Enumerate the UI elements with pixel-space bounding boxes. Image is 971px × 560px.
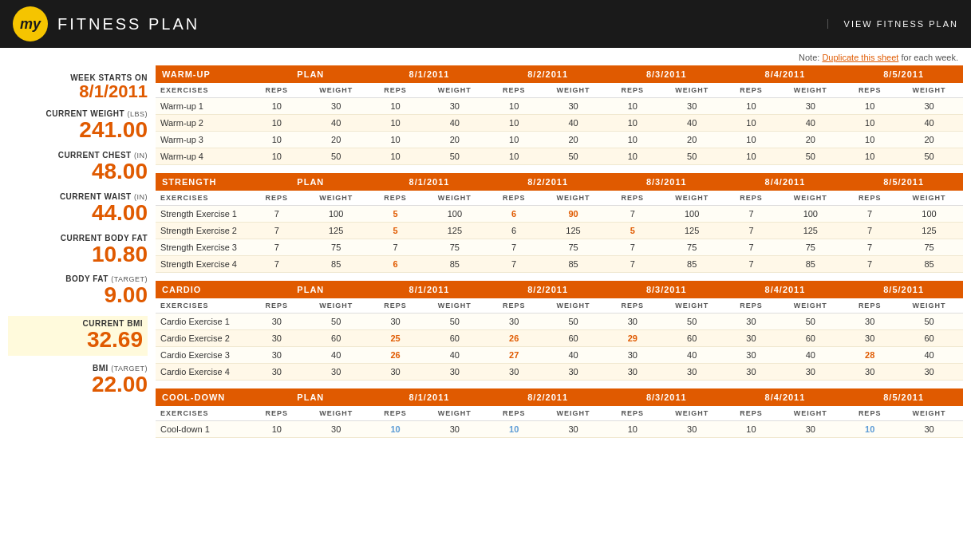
table-row: Warm-up 4105010501050105010501050 [156,148,963,165]
exercise-name: Strength Exercise 4 [156,256,251,273]
current-bodyfat-value: 10.80 [8,243,148,267]
strength-table: STRENGTH PLAN 8/1/2011 8/2/2011 8/3/2011… [156,173,963,273]
warmup-title: WARM-UP [156,65,251,83]
exercise-name: Cardio Exercise 3 [156,347,251,364]
cardio-sub-header-row: EXERCISES REPS WEIGHT REPS WEIGHT REPS W… [156,298,963,314]
table-row: Cardio Exercise 130503050305030503050305… [156,314,963,330]
bmi-target-item: BMI (TARGET) 22.00 [8,364,148,397]
table-row: Strength Exercise 4785685785785785785 [156,256,963,273]
cardio-table: CARDIO PLAN 8/1/2011 8/2/2011 8/3/2011 8… [156,281,963,381]
cardio-body: Cardio Exercise 130503050305030503050305… [156,314,963,381]
current-bodyfat-label: CURRENT BODY FAT [8,234,148,243]
table-row: Warm-up 1103010301030103010301030 [156,98,963,115]
table-row: Cardio Exercise 430303030303030303030303… [156,364,963,381]
table-row: Cardio Exercise 230602560266029603060306… [156,330,963,347]
current-bmi-value: 32.69 [13,328,143,353]
header-left: my FITNESS PLAN [13,6,199,41]
cooldown-table: COOL-DOWN PLAN 8/1/2011 8/2/2011 8/3/201… [156,388,963,438]
table-row: Strength Exercise 1710051006907100710071… [156,206,963,223]
table-row: Cool-down 1103010301030103010301030 [156,421,963,438]
current-chest-item: CURRENT CHEST (IN) 48.00 [8,151,148,184]
warmup-date4-header: 8/4/2011 [726,65,845,83]
exercise-name: Strength Exercise 2 [156,223,251,239]
cardio-header-row: CARDIO PLAN 8/1/2011 8/2/2011 8/3/2011 8… [156,281,963,298]
content: WARM-UP PLAN 8/1/2011 8/2/2011 8/3/2011 … [156,65,963,438]
warmup-col-exercises: EXERCISES [156,83,251,98]
warmup-plan-header: PLAN [251,65,370,83]
exercise-name: Strength Exercise 3 [156,239,251,256]
cooldown-body: Cool-down 1103010301030103010301030 [156,421,963,438]
exercise-name: Warm-up 4 [156,148,251,165]
exercise-name: Strength Exercise 1 [156,206,251,223]
cooldown-header-row: COOL-DOWN PLAN 8/1/2011 8/2/2011 8/3/201… [156,388,963,406]
bodyfat-target-item: BODY FAT (TARGET) 9.00 [8,274,148,308]
warmup-date2-header: 8/2/2011 [488,65,607,83]
header: my FITNESS PLAN VIEW FITNESS PLAN [0,0,971,48]
week-starts-item: WEEK STARTS ON 8/1/2011 [8,73,148,101]
cooldown-title: COOL-DOWN [156,388,251,406]
warmup-table: WARM-UP PLAN 8/1/2011 8/2/2011 8/3/2011 … [156,65,963,165]
duplicate-link[interactable]: Duplicate this sheet [822,53,898,62]
current-bodyfat-item: CURRENT BODY FAT 10.80 [8,234,148,267]
table-row: Warm-up 2104010401040104010401040 [156,115,963,132]
exercise-name: Warm-up 1 [156,98,251,115]
exercise-name: Warm-up 3 [156,132,251,148]
week-starts-value: 8/1/2011 [8,82,148,101]
current-weight-item: CURRENT WEIGHT (LBS) 241.00 [8,109,148,143]
note-prefix: Note: [799,53,822,62]
cardio-title: CARDIO [156,281,251,298]
warmup-col-reps: REPS [251,83,302,98]
current-waist-item: CURRENT WAIST (IN) 44.00 [8,192,148,226]
warmup-date3-header: 8/3/2011 [607,65,726,83]
current-bmi-item: CURRENT BMI 32.69 [8,316,148,356]
current-chest-value: 48.00 [8,160,148,184]
table-row: Warm-up 3102010201020102010201020 [156,132,963,148]
warmup-col-weight: WEIGHT [302,83,370,98]
table-row: Strength Exercise 2712551256125512571257… [156,223,963,239]
table-row: Cardio Exercise 330402640274030403040284… [156,347,963,364]
bodyfat-target-value: 9.00 [8,283,148,308]
warmup-date5-header: 8/5/2011 [844,65,963,83]
bmi-target-value: 22.00 [8,373,148,397]
strength-sub-header-row: EXERCISES REPS WEIGHT REPS WEIGHT REPS W… [156,191,963,206]
current-waist-value: 44.00 [8,201,148,226]
warmup-header-row: WARM-UP PLAN 8/1/2011 8/2/2011 8/3/2011 … [156,65,963,83]
warmup-sub-header-row: EXERCISES REPS WEIGHT REPS WEIGHT REPS W… [156,83,963,98]
logo: my [13,6,48,41]
note-bar: Note: Duplicate this sheet for each week… [0,48,971,65]
note-suffix: for each week. [898,53,958,62]
exercise-name: Cardio Exercise 1 [156,314,251,330]
warmup-body: Warm-up 1103010301030103010301030Warm-up… [156,98,963,165]
strength-title: STRENGTH [156,173,251,191]
exercise-name: Cardio Exercise 4 [156,364,251,381]
app-title: FITNESS PLAN [57,15,199,34]
table-row: Strength Exercise 3775775775775775775 [156,239,963,256]
exercise-name: Warm-up 2 [156,115,251,132]
exercise-name: Cardio Exercise 2 [156,330,251,347]
warmup-date1-header: 8/1/2011 [370,65,489,83]
main-layout: WEEK STARTS ON 8/1/2011 CURRENT WEIGHT (… [0,65,971,446]
strength-header-row: STRENGTH PLAN 8/1/2011 8/2/2011 8/3/2011… [156,173,963,191]
current-weight-value: 241.00 [8,118,148,143]
sidebar: WEEK STARTS ON 8/1/2011 CURRENT WEIGHT (… [8,65,156,438]
view-fitness-plan-button[interactable]: VIEW FITNESS PLAN [827,19,958,29]
cooldown-sub-header-row: EXERCISES REPS WEIGHT REPS WEIGHT REPS W… [156,406,963,421]
strength-body: Strength Exercise 1710051006907100710071… [156,206,963,273]
exercise-name: Cool-down 1 [156,421,251,438]
